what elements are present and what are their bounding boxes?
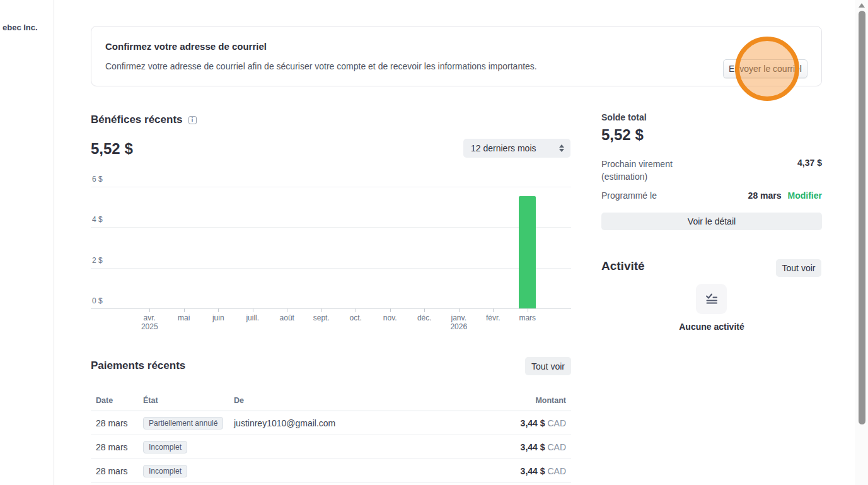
x-axis-label: févr. bbox=[476, 313, 510, 322]
modify-link[interactable]: Modifier bbox=[788, 190, 822, 201]
status-badge: Partiellement annulé bbox=[143, 417, 223, 429]
view-detail-button[interactable]: Voir le détail bbox=[601, 213, 822, 230]
send-email-button[interactable]: Envoyer le courriel bbox=[723, 59, 807, 78]
cell-currency: CAD bbox=[547, 442, 566, 452]
cell-date: 28 mars bbox=[96, 442, 143, 452]
payments-table: Date État De Montant 28 mars Partielleme… bbox=[91, 390, 571, 483]
benefits-title-text: Bénéfices récents bbox=[91, 114, 183, 126]
x-axis-tick bbox=[493, 308, 494, 312]
x-axis-label: juill. bbox=[236, 313, 270, 322]
x-axis-label: mai bbox=[167, 313, 201, 322]
scheduled-date: 28 mars bbox=[748, 190, 782, 201]
x-axis-label: avr.2025 bbox=[132, 313, 166, 331]
x-axis-tick bbox=[321, 308, 322, 312]
header-date: Date bbox=[96, 396, 143, 405]
next-payout-amount: 4,37 $ bbox=[601, 158, 822, 168]
next-payout-line2: (estimation) bbox=[601, 170, 673, 183]
cell-currency: CAD bbox=[547, 466, 566, 476]
payments-section-title: Paiements récents bbox=[91, 359, 185, 372]
cell-currency: CAD bbox=[547, 418, 566, 428]
table-row[interactable]: 28 mars Incomplet 3,44 $ CAD bbox=[91, 459, 571, 483]
scheduled-row: Programmé le 28 mars Modifier bbox=[601, 190, 822, 201]
scheduled-label: Programmé le bbox=[601, 190, 748, 201]
activity-empty-text: Aucune activité bbox=[601, 322, 822, 332]
banner-description: Confirmez votre adresse de courriel afin… bbox=[105, 61, 537, 71]
banner-title: Confirmez votre adresse de courriel bbox=[105, 41, 267, 52]
table-row[interactable]: 28 mars Partiellement annulé justinrey10… bbox=[91, 411, 571, 435]
x-axis-label: déc. bbox=[407, 313, 441, 322]
cell-from: justinrey1010@gmail.com bbox=[234, 418, 521, 428]
x-axis-tick bbox=[390, 308, 391, 312]
balance-amount: 5,52 $ bbox=[601, 126, 644, 144]
x-axis-label: janv.2026 bbox=[442, 313, 476, 331]
x-axis-tick bbox=[424, 308, 425, 312]
header-amount: Montant bbox=[535, 396, 566, 405]
benefits-section-title: Bénéfices récents i bbox=[91, 114, 197, 126]
company-name: ebec Inc. bbox=[3, 23, 38, 32]
y-axis-tick-label: 2 $ bbox=[92, 256, 103, 265]
x-axis-tick bbox=[253, 308, 253, 312]
period-selector[interactable]: 12 derniers mois bbox=[463, 139, 570, 158]
header-from: De bbox=[234, 396, 535, 405]
cell-date: 28 mars bbox=[96, 418, 143, 428]
email-confirmation-banner: Confirmez votre adresse de courriel Conf… bbox=[91, 26, 822, 86]
x-axis-tick bbox=[459, 308, 460, 312]
x-axis-tick bbox=[528, 308, 528, 312]
y-axis-tick-label: 0 $ bbox=[92, 296, 103, 305]
scrollbar-thumb[interactable] bbox=[859, 11, 865, 424]
y-axis-tick-label: 6 $ bbox=[92, 175, 103, 184]
activity-view-all-button[interactable]: Tout voir bbox=[776, 259, 821, 277]
table-row[interactable]: 28 mars Incomplet 3,44 $ CAD bbox=[91, 435, 571, 459]
checklist-icon bbox=[704, 291, 719, 307]
x-axis-label: sept. bbox=[304, 313, 339, 322]
activity-title: Activité bbox=[601, 259, 645, 273]
cell-amount: 3,44 $ bbox=[521, 442, 545, 452]
activity-empty-tile bbox=[696, 284, 727, 314]
cell-amount: 3,44 $ bbox=[521, 466, 545, 476]
x-axis-tick bbox=[287, 308, 287, 312]
chart-gridline bbox=[91, 187, 571, 187]
benefits-bar-chart: 0 $2 $4 $6 $avr.2025maijuinjuill.aoûtsep… bbox=[91, 173, 571, 335]
x-axis-line bbox=[91, 308, 571, 309]
chart-gridline bbox=[91, 227, 571, 228]
payments-view-all-button[interactable]: Tout voir bbox=[525, 357, 571, 375]
balance-title: Solde total bbox=[601, 112, 647, 122]
x-axis-label: août bbox=[270, 313, 304, 322]
bar-mars bbox=[519, 196, 536, 308]
x-axis-label: oct. bbox=[339, 313, 373, 322]
info-icon[interactable]: i bbox=[188, 116, 197, 124]
chart-gridline bbox=[91, 268, 571, 269]
x-axis-label: mars bbox=[511, 313, 545, 322]
cell-amount: 3,44 $ bbox=[521, 418, 545, 428]
header-status: État bbox=[143, 396, 234, 405]
x-axis-tick bbox=[356, 308, 356, 312]
x-axis-label: nov. bbox=[373, 313, 407, 322]
sidebar-divider bbox=[54, 0, 54, 485]
x-axis-tick bbox=[218, 308, 219, 312]
y-axis-tick-label: 4 $ bbox=[92, 215, 103, 224]
scrollbar-up-arrow-icon[interactable] bbox=[859, 3, 865, 8]
x-axis-tick bbox=[149, 308, 150, 312]
period-selector-value: 12 derniers mois bbox=[471, 143, 559, 153]
chevron-updown-icon bbox=[559, 144, 564, 152]
status-badge: Incomplet bbox=[143, 465, 187, 477]
cell-date: 28 mars bbox=[96, 466, 143, 476]
x-axis-tick bbox=[184, 308, 185, 312]
benefits-amount: 5,52 $ bbox=[91, 140, 133, 158]
x-axis-label: juin bbox=[201, 313, 235, 322]
status-badge: Incomplet bbox=[143, 441, 187, 453]
payments-table-header: Date État De Montant bbox=[91, 390, 571, 411]
